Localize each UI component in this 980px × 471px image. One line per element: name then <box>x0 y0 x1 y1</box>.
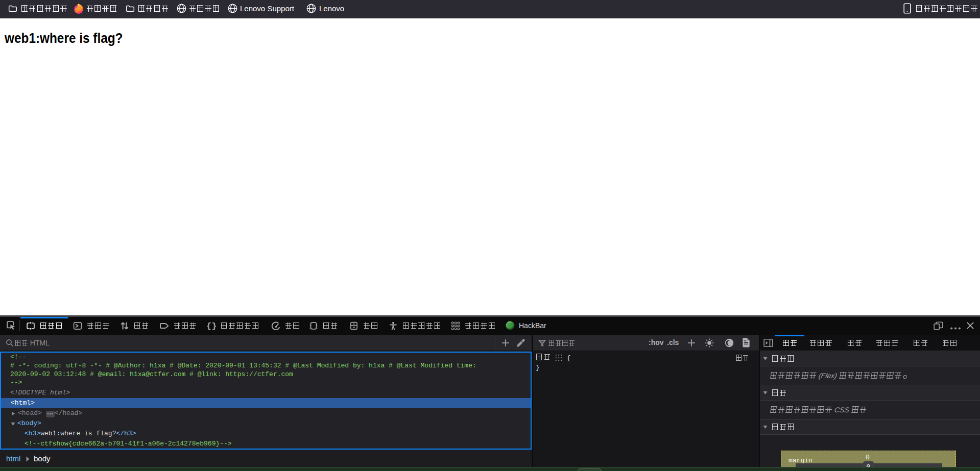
svg-text:{}: {} <box>206 321 216 330</box>
